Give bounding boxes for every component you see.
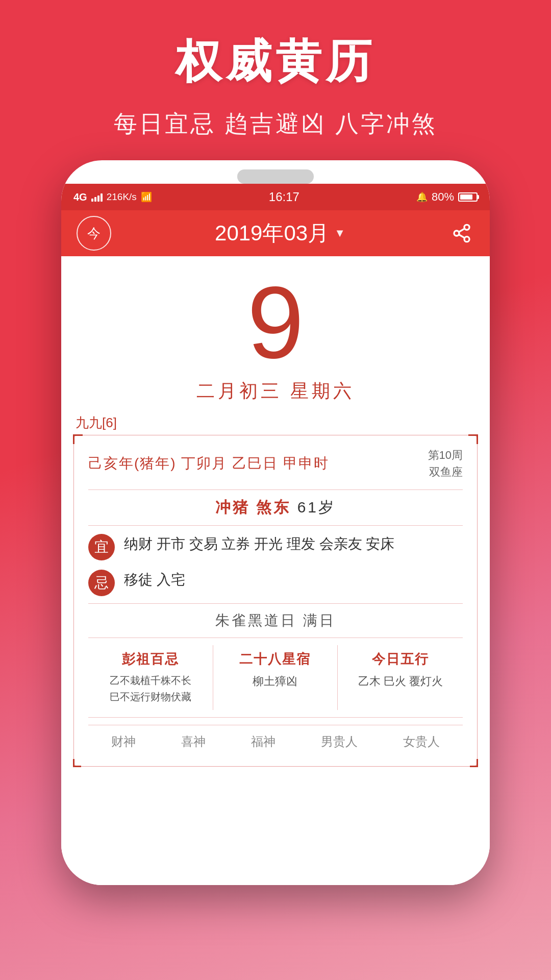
label-nvguiren: 女贵人 <box>403 733 440 750</box>
card-corner-br <box>470 759 478 767</box>
divider-3 <box>88 603 463 604</box>
label-xisheng: 喜神 <box>181 733 206 750</box>
wuxing-item: 今日五行 乙木 巳火 覆灯火 <box>338 645 463 710</box>
network-label: 4G <box>73 191 87 203</box>
ji-badge: 忌 <box>88 570 115 596</box>
yi-row: 宜 纳财 开市 交易 立券 开光 理发 会亲友 安床 <box>88 533 463 560</box>
content-area: 9 二月初三 星期六 九九[6] 己亥年(猪年) 丁卯月 乙巳日 甲申时 第10… <box>61 256 490 885</box>
star-label: 二十八星宿 <box>239 650 311 668</box>
jiu-label: 九九[6] <box>73 414 478 432</box>
chevron-down-icon: ▼ <box>334 227 345 240</box>
wuxing-label: 今日五行 <box>372 650 429 668</box>
pengzu-item: 彭祖百忌 乙不栽植千株不长 巳不远行财物伏藏 <box>88 645 213 710</box>
chong-text: 冲猪 煞东 <box>215 499 291 516</box>
speed-label: 216K/s <box>107 191 137 203</box>
app-title: 权威黄历 <box>176 31 375 93</box>
battery-icon <box>458 192 478 202</box>
day-section: 9 二月初三 星期六 <box>61 256 490 414</box>
yi-badge: 宜 <box>88 534 115 560</box>
label-fusheng: 福神 <box>251 733 276 750</box>
bottom-grid: 彭祖百忌 乙不栽植千株不长 巳不远行财物伏藏 二十八星宿 柳土獐凶 今日五行 乙… <box>88 645 463 710</box>
ganzhi-text: 己亥年(猪年) 丁卯月 乙巳日 甲申时 <box>88 454 329 473</box>
alarm-icon: 🔔 <box>416 191 428 203</box>
svg-line-3 <box>459 235 464 238</box>
ji-content: 移徒 入宅 <box>124 569 463 592</box>
special-day: 朱雀黑道日 满日 <box>88 611 463 630</box>
today-label: 今 <box>87 225 101 242</box>
card-corner-bl <box>73 759 81 767</box>
pengzu-content: 乙不栽植千株不长 巳不远行财物伏藏 <box>110 672 191 705</box>
nav-bar: 今 2019年03月 ▼ <box>61 210 490 256</box>
nav-date-label: 2019年03月 <box>215 219 329 248</box>
divider-5 <box>88 717 463 718</box>
pengzu-label: 彭祖百忌 <box>122 650 179 668</box>
chong-row: 冲猪 煞东 61岁 <box>88 497 463 518</box>
ganzhi-row: 己亥年(猪年) 丁卯月 乙巳日 甲申时 第10周 双鱼座 <box>88 447 463 480</box>
label-nanguiren: 男贵人 <box>321 733 358 750</box>
day-lunar: 二月初三 星期六 <box>196 379 355 404</box>
week-label: 第10周 <box>428 447 463 463</box>
day-number: 9 <box>247 272 304 374</box>
divider-4 <box>88 638 463 638</box>
nav-date[interactable]: 2019年03月 ▼ <box>215 219 345 248</box>
info-card-wrapper: 九九[6] 己亥年(猪年) 丁卯月 乙巳日 甲申时 第10周 双鱼座 冲猪 煞东 <box>61 414 490 885</box>
status-bar: 4G 216K/s 📶 16:17 🔔 80% <box>61 184 490 210</box>
today-button[interactable]: 今 <box>77 216 111 251</box>
status-right: 🔔 80% <box>416 190 478 204</box>
svg-line-4 <box>459 229 464 232</box>
yi-ji-section: 宜 纳财 开市 交易 立券 开光 理发 会亲友 安床 忌 移徒 入宅 <box>88 533 463 596</box>
battery-percent: 80% <box>432 190 454 204</box>
phone-frame: 4G 216K/s 📶 16:17 🔔 80% 今 2019年03月 ▼ <box>61 160 490 885</box>
zodiac-label: 双鱼座 <box>428 463 463 480</box>
star-item: 二十八星宿 柳土獐凶 <box>213 645 338 710</box>
share-button[interactable] <box>449 220 474 246</box>
wifi-icon: 📶 <box>141 191 152 203</box>
signal-bars-icon <box>91 192 103 202</box>
divider-2 <box>88 525 463 526</box>
star-content: 柳土獐凶 <box>253 672 297 690</box>
wuxing-content: 乙木 巳火 覆灯火 <box>358 672 443 690</box>
chong-age: 61岁 <box>297 499 336 516</box>
top-section: 权威黄历 每日宜忌 趋吉避凶 八字冲煞 <box>0 0 551 160</box>
week-zodiac: 第10周 双鱼座 <box>428 447 463 480</box>
phone-top <box>61 160 490 184</box>
label-caisheng: 财神 <box>111 733 136 750</box>
ji-row: 忌 移徒 入宅 <box>88 569 463 596</box>
phone-speaker <box>237 169 314 184</box>
status-left: 4G 216K/s 📶 <box>73 191 152 203</box>
yi-content: 纳财 开市 交易 立券 开光 理发 会亲友 安床 <box>124 533 463 556</box>
divider-1 <box>88 489 463 490</box>
bottom-nav-labels: 财神 喜神 福神 男贵人 女贵人 <box>88 725 463 755</box>
status-time: 16:17 <box>269 190 299 204</box>
info-card: 己亥年(猪年) 丁卯月 乙巳日 甲申时 第10周 双鱼座 冲猪 煞东 61岁 <box>73 435 478 767</box>
battery-fill <box>460 194 472 200</box>
app-subtitle: 每日宜忌 趋吉避凶 八字冲煞 <box>114 108 437 140</box>
